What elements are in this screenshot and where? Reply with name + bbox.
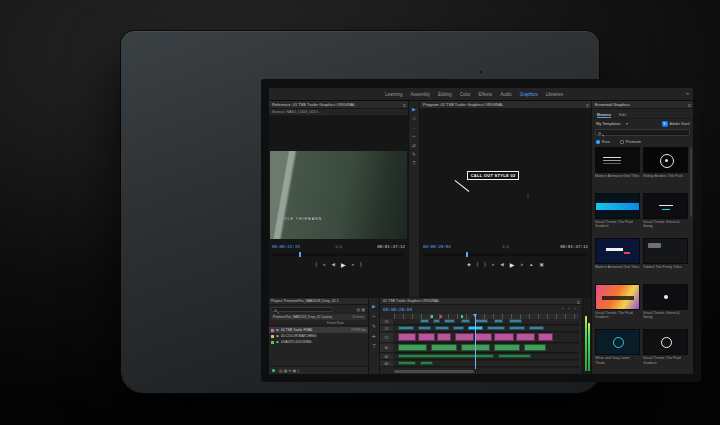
track-header-v2[interactable]: V2 <box>380 326 393 332</box>
program-monitor-tab[interactable]: Program: 01 TSB Trailer Graphics ORIGINA… <box>420 101 591 109</box>
timeline-clip[interactable] <box>418 333 435 341</box>
template-card[interactable]: Tabbed Text Firmly Titles <box>643 238 688 281</box>
filter-premium[interactable]: Premium <box>620 140 641 144</box>
timeline-clip[interactable] <box>398 344 428 351</box>
selection-tool[interactable]: ▶ <box>372 304 375 309</box>
step-forward-button[interactable]: » <box>352 262 355 267</box>
timeline-scrollbar[interactable] <box>394 370 474 373</box>
column-frame-rate[interactable]: Frame Rate <box>327 321 344 326</box>
template-card[interactable]: Visual Trends: The Fluid Gradient <box>595 284 640 327</box>
template-card[interactable]: Visual Trends: The Fluid Gradient <box>643 329 688 372</box>
timeline-clip[interactable] <box>494 344 520 351</box>
panel-menu-icon[interactable]: ≡ <box>586 101 589 109</box>
play-button[interactable]: ▶ <box>341 261 346 268</box>
filter-free[interactable]: ✓Free <box>596 140 610 144</box>
pen-tool[interactable]: ✎ <box>372 324 376 329</box>
mark-in-button[interactable]: { <box>477 262 479 267</box>
timeline-clip[interactable] <box>453 326 464 330</box>
add-marker-button[interactable]: ◆ <box>467 262 470 267</box>
track-select-tool[interactable]: □ <box>413 116 416 121</box>
timeline-clip[interactable] <box>494 333 514 341</box>
workspace-tab-effects[interactable]: Effects <box>479 92 493 97</box>
timeline-clip[interactable] <box>398 354 494 358</box>
timeline-clip[interactable] <box>398 326 415 330</box>
source-scrubber[interactable] <box>272 253 405 256</box>
timeline-clip[interactable] <box>509 326 526 330</box>
timeline-clip[interactable] <box>475 333 492 341</box>
export-frame-button[interactable]: ▣ <box>539 262 543 267</box>
timeline-playhead[interactable] <box>475 314 476 369</box>
template-card[interactable]: Sliding Borders Title Pack <box>643 147 688 190</box>
step-forward-button[interactable]: » <box>520 262 523 267</box>
view-toggle-icons[interactable]: ▤▦ <box>356 307 366 312</box>
slip-tool[interactable]: ⇄ <box>412 143 416 148</box>
library-dropdown[interactable]: My Templates <box>596 119 621 128</box>
timeline-clip[interactable] <box>498 354 531 358</box>
track-header-a1[interactable]: A1 <box>380 344 393 353</box>
program-scrubber[interactable] <box>423 253 588 256</box>
template-card[interactable]: Visual Trends: Stereo & Swing <box>643 284 688 327</box>
timeline-clip[interactable] <box>461 319 470 323</box>
project-toolbar-icons[interactable]: ▤ ▦ ⊕ ▣ ▯ <box>279 368 299 373</box>
timeline-clip[interactable] <box>431 344 457 351</box>
timeline-clip[interactable] <box>420 319 429 323</box>
razor-tool[interactable]: ✂ <box>372 314 376 319</box>
template-card[interactable]: Modern Animated Grid Titles <box>595 147 640 190</box>
timeline-clip[interactable] <box>444 319 455 323</box>
mark-in-button[interactable]: { <box>315 262 317 267</box>
type-tool[interactable]: T <box>373 344 376 349</box>
selection-tool[interactable]: ▶ <box>412 107 415 112</box>
workspace-tab-assembly[interactable]: Assembly <box>410 92 430 97</box>
razor-tool[interactable]: ✂ <box>412 134 416 139</box>
workspace-tab-graphics[interactable]: Graphics <box>520 92 538 97</box>
timeline-clip[interactable] <box>433 319 440 323</box>
timeline-clip[interactable] <box>437 333 452 341</box>
timeline-clip[interactable] <box>529 326 544 330</box>
step-back-button[interactable]: ◀ <box>331 262 334 267</box>
workspace-tab-audio[interactable]: Audio <box>500 92 512 97</box>
timeline-clip[interactable] <box>398 333 417 341</box>
timeline-clip[interactable] <box>435 326 450 330</box>
workspace-tab-learning[interactable]: Learning <box>385 92 403 97</box>
adobe-stock-link[interactable]: St Adobe Stock <box>662 121 690 127</box>
mark-out-button[interactable]: } <box>484 262 486 267</box>
workspace-tab-editing[interactable]: Editing <box>438 92 452 97</box>
lift-button[interactable]: ▲ <box>529 262 533 267</box>
templates-scrollbar[interactable] <box>690 147 692 217</box>
go-to-in-button[interactable]: « <box>492 262 495 267</box>
play-button[interactable]: ▶ <box>510 261 515 268</box>
timeline-marker[interactable] <box>431 315 433 318</box>
mark-out-button[interactable]: } <box>360 262 362 267</box>
checkbox-premium[interactable] <box>620 140 624 144</box>
project-search-box[interactable] <box>271 307 333 312</box>
timeline-clip[interactable] <box>418 326 431 330</box>
timeline-clip[interactable] <box>487 326 506 330</box>
project-panel-tab[interactable]: Project: PremierePro_NAB2018_Drop_02.1 <box>269 298 368 305</box>
timeline-settings-icons[interactable]: ▪ ▪ ▪ <box>562 305 578 314</box>
source-clip-tab[interactable]: Source: NASJ_C003_0010... <box>269 109 408 116</box>
ripple-edit-tool[interactable]: ↔ <box>412 125 417 130</box>
timeline-clip[interactable] <box>494 319 503 323</box>
timeline-clip[interactable] <box>455 333 474 341</box>
template-card[interactable]: Visual Trends: Stereo & Swing <box>643 193 688 236</box>
timeline-clip[interactable] <box>420 361 433 365</box>
template-card[interactable]: Modern Animated Grid Titles <box>595 238 640 281</box>
tab-browse[interactable]: Browse <box>597 110 611 118</box>
track-header-a2[interactable]: A2 <box>380 354 393 360</box>
timeline-tab[interactable]: 01 TSB Trailer Graphics ORIGINAL <box>380 298 582 305</box>
timeline-clip[interactable] <box>475 319 488 323</box>
workspace-tab-libraries[interactable]: Libraries <box>546 92 563 97</box>
timeline-clip[interactable] <box>398 361 417 365</box>
project-search-input[interactable] <box>279 308 331 312</box>
track-header-v3[interactable]: V3 <box>380 319 393 325</box>
pen-tool[interactable]: ✎ <box>412 152 416 157</box>
template-card[interactable]: Visual Trends: The Fluid Gradient <box>595 193 640 236</box>
project-item[interactable]: ▣03 AUTO-DUCKING <box>269 339 368 345</box>
project-file-row[interactable]: PremierePro_NAB2018_Drop_02.1.prproj 14 … <box>271 314 366 320</box>
timeline-clip[interactable] <box>509 319 522 323</box>
template-card[interactable]: White and Gray Lower Thirds <box>595 329 640 372</box>
timeline-marker[interactable] <box>461 315 463 318</box>
source-playhead[interactable] <box>299 252 301 257</box>
workspace-tab-color[interactable]: Color <box>460 92 471 97</box>
timeline-clip[interactable] <box>516 333 535 341</box>
